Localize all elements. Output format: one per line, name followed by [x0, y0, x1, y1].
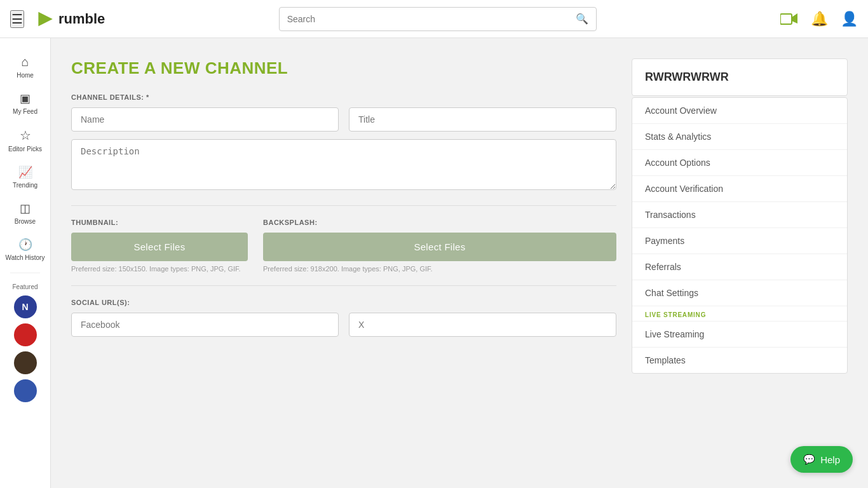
- sidebar-item-watch-history[interactable]: 🕐 Watch History: [0, 231, 50, 268]
- backsplash-hint: Preferred size: 918x200. Image types: PN…: [263, 265, 616, 273]
- sidebar-my-feed-label: My Feed: [13, 108, 37, 115]
- menu-item-templates[interactable]: Templates: [632, 348, 847, 373]
- divider-2: [71, 285, 616, 286]
- my-feed-icon: ▣: [20, 92, 31, 105]
- notifications-button[interactable]: 🔔: [811, 11, 828, 27]
- sidebar-editor-picks-label: Editor Picks: [8, 146, 42, 152]
- facebook-url-input[interactable]: [71, 313, 339, 337]
- upload-row: THUMBNAIL: Select Files Preferred size: …: [71, 219, 616, 273]
- editor-picks-icon: ☆: [20, 128, 31, 143]
- user-name: RWRWRWRWR: [645, 71, 729, 83]
- channel-title-input[interactable]: [349, 107, 616, 132]
- channel-description-input[interactable]: [71, 139, 616, 190]
- sidebar: ⌂ Home ▣ My Feed ☆ Editor Picks 📈 Trendi…: [0, 38, 51, 488]
- menu-item-live-streaming[interactable]: Live Streaming: [632, 322, 847, 348]
- featured-avatar-blue[interactable]: [14, 379, 37, 402]
- channel-details-label: CHANNEL DETAILS: *: [71, 93, 616, 101]
- featured-avatar-red[interactable]: [14, 323, 37, 346]
- trending-icon: 📈: [18, 165, 32, 179]
- svg-marker-0: [38, 11, 52, 25]
- user-account-button[interactable]: 👤: [841, 11, 858, 27]
- nav-actions: 🔔 👤: [780, 11, 858, 27]
- menu-item-account-overview[interactable]: Account Overview: [632, 98, 847, 124]
- social-urls-label: SOCIAL URL(S):: [71, 299, 616, 306]
- bell-icon: 🔔: [811, 11, 828, 27]
- hamburger-button[interactable]: ☰: [10, 10, 24, 28]
- sidebar-item-home[interactable]: ⌂ Home: [0, 48, 50, 85]
- backsplash-select-files-button[interactable]: Select Files: [263, 233, 616, 261]
- upload-video-icon: [780, 12, 798, 26]
- backsplash-col: BACKSPLASH: Select Files Preferred size:…: [263, 219, 616, 273]
- home-icon: ⌂: [21, 55, 29, 69]
- search-bar: 🔍: [279, 7, 597, 31]
- sidebar-divider: [10, 273, 40, 273]
- page-title: CREATE A NEW CHANNEL: [71, 58, 616, 78]
- upload-video-button[interactable]: [780, 12, 798, 26]
- sidebar-item-trending[interactable]: 📈 Trending: [0, 159, 50, 195]
- user-icon: 👤: [841, 11, 858, 27]
- sidebar-home-label: Home: [17, 72, 34, 79]
- menu-item-account-verification[interactable]: Account Verification: [632, 176, 847, 202]
- help-chat-icon: 💬: [803, 454, 815, 465]
- menu-item-account-options[interactable]: Account Options: [632, 150, 847, 176]
- sidebar-watch-history-label: Watch History: [6, 254, 45, 261]
- menu-item-chat-settings[interactable]: Chat Settings: [632, 280, 847, 306]
- thumbnail-select-files-button[interactable]: Select Files: [71, 233, 248, 261]
- user-card: RWRWRWRWR: [632, 58, 848, 96]
- sidebar-item-my-feed[interactable]: ▣ My Feed: [0, 85, 50, 121]
- browse-icon: ◫: [20, 201, 31, 215]
- watch-history-icon: 🕐: [18, 238, 32, 252]
- channel-name-input[interactable]: [71, 107, 339, 132]
- backsplash-label: BACKSPLASH:: [263, 219, 616, 226]
- help-button[interactable]: 💬 Help: [790, 446, 853, 473]
- menu-item-payments[interactable]: Payments: [632, 228, 847, 254]
- sidebar-browse-label: Browse: [15, 218, 36, 225]
- featured-avatar-dark[interactable]: [14, 351, 37, 374]
- search-input[interactable]: [287, 14, 576, 24]
- sidebar-item-browse[interactable]: ◫ Browse: [0, 195, 50, 231]
- top-nav: ☰ rumble 🔍 🔔 👤: [0, 0, 868, 38]
- sidebar-item-editor-picks[interactable]: ☆ Editor Picks: [0, 121, 50, 159]
- channel-details-row: [71, 107, 616, 132]
- live-streaming-section-label: LIVE STREAMING: [632, 306, 847, 322]
- divider-1: [71, 205, 616, 206]
- search-icon: 🔍: [576, 13, 588, 25]
- x-url-input[interactable]: [349, 313, 616, 337]
- menu-item-stats-analytics[interactable]: Stats & Analytics: [632, 124, 847, 150]
- logo-link[interactable]: rumble: [34, 9, 105, 29]
- menu-item-referrals[interactable]: Referrals: [632, 254, 847, 280]
- account-menu: Account Overview Stats & Analytics Accou…: [632, 97, 848, 374]
- rumble-logo-icon: [34, 9, 55, 29]
- thumbnail-hint: Preferred size: 150x150. Image types: PN…: [71, 265, 248, 273]
- main-content: CREATE A NEW CHANNEL CHANNEL DETAILS: * …: [51, 38, 868, 488]
- featured-avatar-n[interactable]: N: [14, 295, 37, 318]
- sidebar-trending-label: Trending: [13, 182, 37, 189]
- right-panel: RWRWRWRWR Account Overview Stats & Analy…: [632, 58, 848, 468]
- logo-text: rumble: [58, 11, 105, 27]
- thumbnail-col: THUMBNAIL: Select Files Preferred size: …: [71, 219, 248, 273]
- form-area: CREATE A NEW CHANNEL CHANNEL DETAILS: * …: [71, 58, 616, 468]
- social-row: [71, 313, 616, 337]
- svg-marker-2: [792, 13, 797, 24]
- menu-item-transactions[interactable]: Transactions: [632, 202, 847, 228]
- thumbnail-label: THUMBNAIL:: [71, 219, 248, 226]
- featured-label: Featured: [12, 283, 37, 290]
- help-label: Help: [820, 454, 840, 465]
